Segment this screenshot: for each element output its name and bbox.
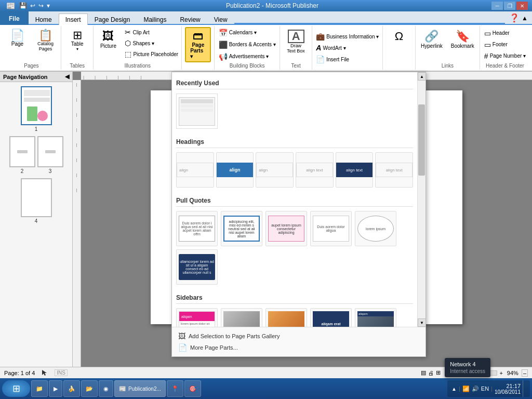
recent-item-1[interactable] xyxy=(176,94,218,129)
zoom-percent-button[interactable]: – xyxy=(522,369,528,377)
page-thumbnail-4[interactable]: 4 xyxy=(4,178,68,224)
tab-home[interactable]: Home xyxy=(29,14,59,25)
shapes-button[interactable]: ⬡ Shapes ▾ xyxy=(123,38,180,48)
insert-file-button[interactable]: 📄 Insert File xyxy=(314,54,351,64)
page-thumbnail-3[interactable]: 3 xyxy=(37,136,63,174)
advertisements-button[interactable]: 📢 Advertisements ▾ xyxy=(217,51,271,62)
show-desktop-button[interactable]: ▲ xyxy=(451,386,457,392)
pullquote-item-3[interactable]: aupet lorem ipsum consectetur adipiscing xyxy=(265,211,307,246)
add-to-gallery-button[interactable]: 🖼 Add Selection to Page Parts Gallery xyxy=(176,330,421,342)
bookmark-button[interactable]: 🔖 Bookmark xyxy=(447,27,478,51)
redo-button[interactable]: ↪ xyxy=(37,2,45,10)
hyperlink-button[interactable]: 🔗 Hyperlink xyxy=(417,27,446,51)
heading-item-6[interactable]: align text xyxy=(375,152,413,188)
zoom-in-button[interactable]: + xyxy=(499,370,502,376)
dropdown-scroll-area[interactable]: Recently Used Headings align xyxy=(172,72,417,327)
draw-text-box-button[interactable]: A DrawText Box xyxy=(283,27,310,56)
picture-placeholder-button[interactable]: ⬚ Picture Placeholder xyxy=(123,49,180,59)
borders-accents-button[interactable]: ⬛ Borders & Accents ▾ xyxy=(217,39,278,50)
publisher-icon: 📰 xyxy=(119,385,126,392)
page-nav-collapse[interactable]: ◀ xyxy=(65,73,69,80)
start-button[interactable]: ⊞ xyxy=(2,380,30,397)
quick-access-toolbar[interactable]: 📰 💾 ↩ ↪ ▾ xyxy=(4,2,53,10)
undo-button[interactable]: ↩ xyxy=(29,2,36,10)
wordart-button[interactable]: A WordArt ▾ xyxy=(314,43,348,53)
scroll-down-button[interactable]: ▼ xyxy=(418,318,426,327)
heading-item-4[interactable]: align text xyxy=(296,152,334,188)
page-parts-button[interactable]: 🗃 Page Parts ▾ xyxy=(185,27,211,62)
view-normal-icon[interactable]: ▤ xyxy=(421,369,426,376)
close-button[interactable]: ✕ xyxy=(516,2,528,10)
page-number-button[interactable]: # Page Number ▾ xyxy=(482,51,528,61)
clip-art-button[interactable]: ✂ Clip Art xyxy=(123,27,180,37)
help-button[interactable]: ❓ xyxy=(509,13,520,23)
illustrations-col: ✂ Clip Art ⬡ Shapes ▾ ⬚ Picture Placehol… xyxy=(123,27,180,59)
taskbar-app-chrome[interactable]: ◉ xyxy=(99,380,113,397)
network-icon: 📶 xyxy=(462,385,470,392)
sb-preview-1: aliqam lorem ipsum dolor sit amet consec… xyxy=(179,311,215,327)
clock[interactable]: 21:17 10/08/2011 xyxy=(495,383,521,395)
pullquote-item-6[interactable]: ullamcorper lorem ad sit ul a aligam con… xyxy=(176,249,218,285)
table-button[interactable]: ⊞ Table ▾ xyxy=(64,27,91,54)
header-icon: ▭ xyxy=(484,29,491,37)
tab-view[interactable]: View xyxy=(207,14,234,25)
header-footer-content: ▭ Header ▭ Footer # Page Number ▾ xyxy=(482,27,528,62)
sidebar-item-5[interactable]: aliqam xyxy=(355,308,396,327)
show-desktop-btn[interactable] xyxy=(523,380,526,397)
tab-review[interactable]: Review xyxy=(173,14,207,25)
taskbar-app-other2[interactable]: 🎯 xyxy=(184,380,201,397)
tables-group-label: Tables xyxy=(70,62,85,69)
heading-item-5[interactable]: align text xyxy=(336,152,374,188)
pullquote-item-4[interactable]: Duis aorem dolor aligua xyxy=(310,211,352,246)
zoom-level: 94% xyxy=(507,370,518,376)
view-print-icon[interactable]: 🖨 xyxy=(428,370,434,376)
heading-item-3[interactable]: align xyxy=(256,152,294,188)
pullquote-item-2[interactable]: adicipiscing elit, misi ed minim s neutr… xyxy=(221,211,262,246)
tab-mailings[interactable]: Mailings xyxy=(137,14,173,25)
minimize-button[interactable]: ─ xyxy=(491,2,503,10)
sidebar-item-4[interactable]: aliqam erat aliqam erat v xyxy=(310,308,352,327)
tab-page-design[interactable]: Page Design xyxy=(88,14,137,25)
taskbar-app-publisher[interactable]: 📰 Publication2... xyxy=(114,380,166,397)
taskbar-app-other1[interactable]: 📍 xyxy=(167,380,183,397)
save-button[interactable]: 💾 xyxy=(18,2,28,10)
taskbar-app-explorer[interactable]: 📁 xyxy=(31,380,48,397)
catalog-pages-button[interactable]: 📋 CatalogPages xyxy=(32,27,59,54)
tab-file[interactable]: File xyxy=(0,11,29,25)
pullquote-item-1[interactable]: Duis aorem dolor i aligua sed at ali nis… xyxy=(176,211,218,246)
business-information-button[interactable]: 💼 Business Information ▾ xyxy=(314,31,381,42)
headings-title: Headings xyxy=(176,135,413,148)
heading-item-2[interactable]: align xyxy=(216,152,254,188)
pq-preview-1: Duis aorem dolor i aligua sed at ali nis… xyxy=(179,216,215,242)
taskbar-app-media[interactable]: ▶ xyxy=(49,380,62,397)
minimize-ribbon-button[interactable]: ▲ xyxy=(522,15,528,22)
sidebar-item-2[interactable]: aliqam xyxy=(221,308,262,327)
footer-button[interactable]: ▭ Footer xyxy=(482,39,510,50)
calendars-button[interactable]: 📅 Calendars ▾ xyxy=(217,28,259,38)
scroll-thumb[interactable] xyxy=(418,104,425,176)
sidebar-item-1[interactable]: aliqam lorem ipsum dolor sit amet consec… xyxy=(176,308,218,327)
heading-item-1[interactable]: align xyxy=(176,152,214,188)
ribbon-group-business-info: 💼 Business Information ▾ A WordArt ▾ 📄 I… xyxy=(312,26,383,70)
page-thumbnail-2[interactable]: 2 xyxy=(9,136,35,174)
view-master-icon[interactable]: ⊞ xyxy=(436,369,441,376)
sidebar-item-3[interactable]: aliqam xyxy=(265,308,307,327)
page-thumbnail-1[interactable]: 1 xyxy=(4,86,68,132)
window-controls[interactable]: ─ ❐ ✕ xyxy=(491,2,528,10)
taskbar-app-files[interactable]: 📂 xyxy=(81,380,98,397)
dropdown-scrollbar[interactable]: ▲ ▼ xyxy=(417,72,425,327)
page-button[interactable]: 📄 Page xyxy=(4,27,31,49)
customize-quick-access-button[interactable]: ▾ xyxy=(46,2,51,10)
maximize-button[interactable]: ❐ xyxy=(504,2,515,10)
picture-button[interactable]: 🖼 Picture xyxy=(95,27,122,51)
symbol-button[interactable]: Ω xyxy=(385,27,413,46)
bookmark-label: Bookmark xyxy=(451,43,474,49)
pullquote-item-5[interactable]: lorem ipsum xyxy=(355,211,396,246)
links-group-label: Links xyxy=(442,62,454,69)
ribbon-group-page-parts: 🗃 Page Parts ▾ xyxy=(182,26,215,70)
taskbar-app-game[interactable]: 🍌 xyxy=(63,380,80,397)
header-button[interactable]: ▭ Header xyxy=(482,28,512,38)
tab-insert[interactable]: Insert xyxy=(59,14,88,25)
more-parts-button[interactable]: 📄 More Page Parts... xyxy=(176,342,421,353)
scroll-up-button[interactable]: ▲ xyxy=(418,72,426,81)
